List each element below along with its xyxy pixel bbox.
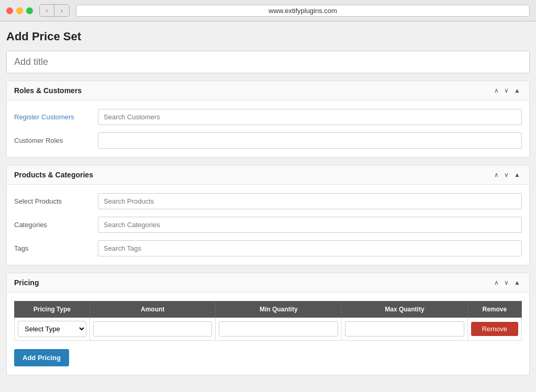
customer-roles-row: Customer Roles xyxy=(14,132,522,149)
remove-cell: Remove xyxy=(467,318,521,341)
roles-customers-title: Roles & Customers xyxy=(14,86,82,95)
min-quantity-cell xyxy=(216,318,342,341)
forward-button[interactable]: › xyxy=(54,5,69,16)
customer-roles-input[interactable] xyxy=(98,132,522,149)
min-quantity-input[interactable] xyxy=(219,321,338,337)
products-categories-panel: Products & Categories ∧ ∨ ▲ Select Produ… xyxy=(6,165,530,265)
pricing-type-cell: Select Type xyxy=(15,318,90,341)
select-products-row: Select Products xyxy=(14,193,522,209)
pricing-body: Pricing Type Amount Min Quantity Max Qua… xyxy=(7,293,529,375)
col-pricing-type: Pricing Type xyxy=(15,301,90,318)
roles-customers-up-btn[interactable]: ∧ xyxy=(493,87,500,94)
pricing-row: Select Type Remove xyxy=(15,318,522,341)
pricing-down-btn[interactable]: ∨ xyxy=(502,279,510,286)
roles-customers-header: Roles & Customers ∧ ∨ ▲ xyxy=(7,81,529,100)
col-max-quantity: Max Quantity xyxy=(342,301,468,318)
max-quantity-input[interactable] xyxy=(345,321,464,337)
col-min-quantity: Min Quantity xyxy=(216,301,342,318)
pricing-panel: Pricing ∧ ∨ ▲ Pricing Type Amount Min Qu… xyxy=(6,273,530,375)
remove-button[interactable]: Remove xyxy=(471,322,518,336)
customer-roles-label: Customer Roles xyxy=(14,137,98,144)
add-pricing-button[interactable]: Add Pricing xyxy=(14,349,69,366)
roles-customers-down-btn[interactable]: ∨ xyxy=(502,87,510,94)
roles-customers-panel: Roles & Customers ∧ ∨ ▲ Register Custome… xyxy=(6,81,530,158)
categories-input[interactable] xyxy=(98,217,522,233)
products-categories-down-btn[interactable]: ∨ xyxy=(502,171,510,178)
pricing-header: Pricing ∧ ∨ ▲ xyxy=(7,273,529,293)
main-content: Add Price Set Roles & Customers ∧ ∨ ▲ Re… xyxy=(0,21,536,392)
products-categories-controls: ∧ ∨ ▲ xyxy=(493,171,522,178)
pricing-type-select[interactable]: Select Type xyxy=(18,321,86,337)
col-amount: Amount xyxy=(90,301,216,318)
register-customers-input[interactable] xyxy=(98,109,522,125)
pricing-up-btn[interactable]: ∧ xyxy=(493,279,500,286)
pricing-controls: ∧ ∨ ▲ xyxy=(493,279,522,286)
pricing-table: Pricing Type Amount Min Quantity Max Qua… xyxy=(14,301,522,341)
products-categories-up-btn[interactable]: ∧ xyxy=(493,171,500,178)
tags-input[interactable] xyxy=(98,240,522,256)
nav-buttons: ‹ › xyxy=(39,4,70,17)
products-categories-title: Products & Categories xyxy=(14,171,93,179)
pricing-collapse-btn[interactable]: ▲ xyxy=(512,279,522,286)
traffic-lights xyxy=(6,7,33,14)
roles-customers-body: Register Customers Customer Roles xyxy=(7,100,529,157)
max-quantity-cell xyxy=(342,318,468,341)
products-categories-collapse-btn[interactable]: ▲ xyxy=(512,171,522,178)
amount-input[interactable] xyxy=(93,321,213,337)
title-input[interactable] xyxy=(6,51,530,73)
register-customers-row: Register Customers xyxy=(14,109,522,125)
products-categories-header: Products & Categories ∧ ∨ ▲ xyxy=(7,165,529,185)
roles-customers-controls: ∧ ∨ ▲ xyxy=(493,87,522,94)
tags-label: Tags xyxy=(14,244,98,252)
browser-chrome: ‹ › www.extifyplugins.com xyxy=(0,0,536,21)
select-products-input[interactable] xyxy=(98,193,522,209)
close-button-icon[interactable] xyxy=(6,7,13,14)
tags-row: Tags xyxy=(14,240,522,256)
page-title: Add Price Set xyxy=(6,30,530,43)
select-products-label: Select Products xyxy=(14,197,98,205)
address-bar[interactable]: www.extifyplugins.com xyxy=(76,5,530,17)
register-customers-label: Register Customers xyxy=(14,113,98,121)
pricing-title: Pricing xyxy=(14,278,39,287)
categories-row: Categories xyxy=(14,217,522,233)
products-categories-body: Select Products Categories Tags xyxy=(7,185,529,265)
minimize-button-icon[interactable] xyxy=(16,7,23,14)
col-remove: Remove xyxy=(467,301,521,318)
amount-cell xyxy=(90,318,216,341)
categories-label: Categories xyxy=(14,221,98,229)
maximize-button-icon[interactable] xyxy=(26,7,33,14)
roles-customers-collapse-btn[interactable]: ▲ xyxy=(512,87,522,94)
back-button[interactable]: ‹ xyxy=(40,5,54,16)
